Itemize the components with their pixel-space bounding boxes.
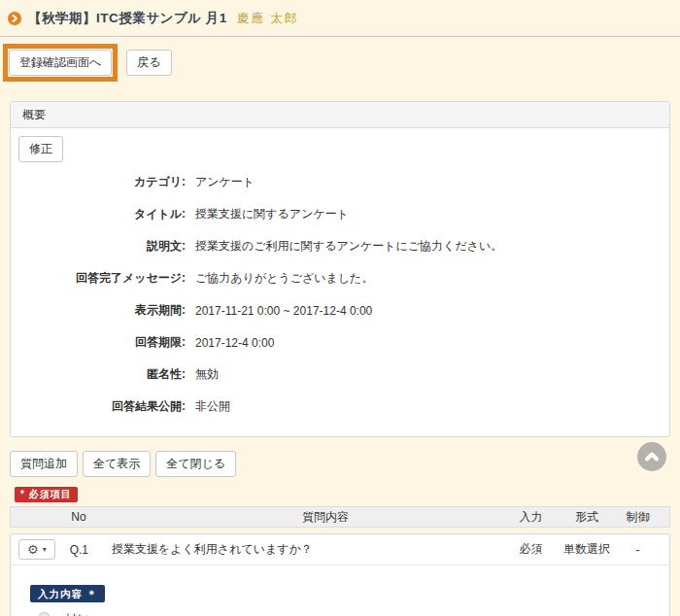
show-all-button[interactable]: 全て表示	[83, 451, 151, 477]
field-title: タイトル: 授業支援に関するアンケート	[11, 198, 669, 230]
header-divider	[0, 36, 680, 37]
field-complete-message: 回答完了メッセージ: ご協力ありがとうございました。	[11, 262, 669, 294]
field-value: 無効	[195, 366, 219, 383]
page-title: 【秋学期】ITC授業サンプル 月1	[28, 10, 227, 27]
option-row-yes: はい	[30, 611, 669, 616]
required-legend: * 必須項目	[15, 487, 680, 502]
field-value: 非公開	[195, 398, 230, 415]
caret-down-icon: ▾	[43, 545, 47, 554]
field-label: カテゴリ:	[11, 174, 186, 190]
column-header-input: 入力	[504, 509, 558, 526]
field-value: 授業支援に関するアンケート	[195, 206, 349, 222]
gear-icon: ⚙	[27, 543, 39, 556]
required-badge: * 必須項目	[15, 487, 78, 502]
breadcrumb: 【秋学期】ITC授業サンプル 月1 慶應 太郎	[0, 0, 680, 27]
close-all-button[interactable]: 全て閉じる	[155, 451, 236, 477]
annotation-highlight-box: 登録確認画面へ	[3, 44, 118, 82]
column-header-control: 制御	[616, 509, 660, 526]
field-value: アンケート	[195, 174, 255, 190]
chevron-right-icon	[8, 12, 21, 25]
field-category: カテゴリ: アンケート	[11, 166, 669, 198]
field-description: 説明文: 授業支援のご利用に関するアンケートにご協力ください。	[11, 230, 669, 262]
question-number: Q.1	[70, 543, 88, 557]
input-content-badge: 入力内容 ＊	[30, 585, 105, 602]
field-anonymity: 匿名性: 無効	[11, 359, 669, 391]
field-label: 説明文:	[11, 238, 186, 255]
register-confirm-button[interactable]: 登録確認画面へ	[9, 50, 112, 76]
overview-panel-title: 概要	[11, 102, 669, 128]
field-answer-deadline: 回答期限: 2017-12-4 0:00	[11, 326, 669, 359]
question-content: 授業支援をよく利用されていますか？	[112, 541, 504, 558]
field-label: 回答結果公開:	[11, 398, 186, 415]
field-value: 2017-11-21 0:00 ~ 2017-12-4 0:00	[195, 304, 372, 318]
question-detail: 入力内容 ＊ はい いいえ	[11, 565, 669, 616]
column-header-no: No	[11, 510, 147, 524]
page: 【秋学期】ITC授業サンプル 月1 慶應 太郎 登録確認画面へ 戻る 概要 修正…	[0, 0, 680, 616]
action-toolbar: 登録確認画面へ 戻る	[3, 44, 680, 82]
back-button[interactable]: 戻る	[126, 50, 171, 76]
radio-option-yes[interactable]	[38, 612, 51, 616]
question-table-header: No 質問内容 入力 形式 制御	[10, 506, 670, 528]
field-result-publication: 回答結果公開: 非公開	[11, 391, 669, 423]
question-control: -	[616, 543, 660, 557]
user-name-link[interactable]: 慶應 太郎	[237, 11, 298, 27]
field-label: 回答完了メッセージ:	[11, 270, 186, 287]
chevron-up-icon	[644, 451, 660, 462]
field-label: 表示期間:	[11, 302, 186, 319]
scroll-to-top-button[interactable]	[637, 442, 666, 471]
field-display-period: 表示期間: 2017-11-21 0:00 ~ 2017-12-4 0:00	[11, 294, 669, 326]
radio-label: はい	[66, 610, 90, 616]
field-label: 回答期限:	[11, 334, 186, 351]
question-actions-button[interactable]: ⚙ ▾	[18, 539, 55, 560]
column-header-content: 質問内容	[147, 509, 504, 526]
field-value: 授業支援のご利用に関するアンケートにご協力ください。	[195, 238, 502, 255]
field-label: タイトル:	[11, 206, 186, 222]
table-row: ⚙ ▾ Q.1 授業支援をよく利用されていますか？ 必須 単数選択 -	[11, 534, 669, 565]
overview-panel: 概要 修正 カテゴリ: アンケート タイトル: 授業支援に関するアンケート 説明…	[10, 101, 670, 437]
column-header-format: 形式	[558, 509, 616, 526]
question-format: 単数選択	[558, 541, 616, 558]
add-question-button[interactable]: 質問追加	[10, 451, 78, 477]
question-panel: ⚙ ▾ Q.1 授業支援をよく利用されていますか？ 必須 単数選択 - 入力内容…	[10, 533, 670, 616]
field-value: ご協力ありがとうございました。	[195, 270, 373, 287]
edit-button[interactable]: 修正	[18, 136, 63, 162]
question-input-flag: 必須	[504, 541, 558, 558]
question-toolbar: 質問追加 全て表示 全て閉じる	[10, 451, 680, 477]
overview-panel-body: 修正 カテゴリ: アンケート タイトル: 授業支援に関するアンケート 説明文: …	[11, 128, 669, 436]
field-label: 匿名性:	[11, 366, 186, 383]
field-value: 2017-12-4 0:00	[195, 336, 274, 350]
